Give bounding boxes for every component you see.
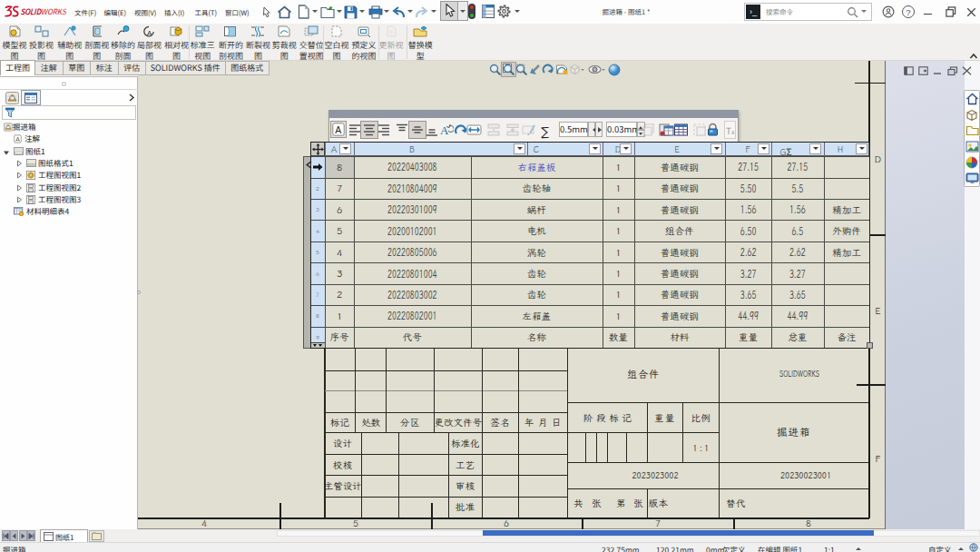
svg-text:A: A xyxy=(15,136,20,143)
svg-text:A: A xyxy=(147,29,152,37)
svg-text:A: A xyxy=(335,124,341,135)
svg-text:A: A xyxy=(440,123,449,137)
